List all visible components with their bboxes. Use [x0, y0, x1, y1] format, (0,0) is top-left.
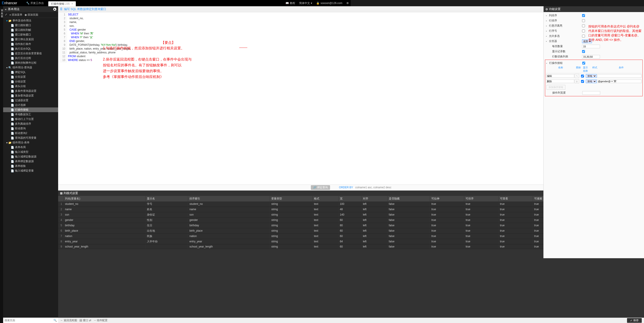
settings-icon[interactable]: ⚙ [346, 1, 349, 5]
sidebar-item[interactable]: 📄窗口影响窗口 [3, 32, 58, 37]
database-icon: 🗄 [60, 7, 62, 11]
lock-icon: 🔒 [316, 1, 320, 5]
sidebar-item[interactable]: 📄执行后台SQL [3, 46, 58, 51]
file-icon: 📄 [11, 160, 14, 163]
file-icon: 📄 [11, 146, 14, 149]
file-icon: 📄 [11, 80, 14, 83]
sidebar-tools: ⤢ +添加菜单 ⊕添加页面 [3, 12, 58, 18]
sidebar-item-label: 组件用法-表单 [12, 141, 30, 145]
file-icon: 📄 [11, 75, 14, 79]
file-icon: 📄 [11, 155, 14, 158]
sidebar-item[interactable]: 📄窗口跳转到帧 [3, 28, 58, 32]
tutorial-link[interactable]: 📖教程 [286, 1, 295, 5]
sidebar-item-label: 窗口弹出及返回 [15, 37, 34, 41]
sidebar-item[interactable]: 📄复杂查询器设置 [3, 93, 58, 98]
sidebar-item[interactable]: 📄本地数据加工 [3, 112, 58, 117]
file-icon: 📄 [11, 99, 14, 102]
sidebar-item[interactable]: 📄多条件查询器设置 [3, 89, 58, 93]
sidebar-item-label: 脚本控制事件过程 [15, 61, 36, 65]
sql-title: 编写 SQL 将数据绑定到查询窗口 [64, 7, 106, 11]
sidebar-item-label: 窗口跳转到帧 [15, 28, 31, 32]
sidebar-item[interactable]: ▾ 📁组件用法-表单 [3, 140, 58, 145]
chevron-down-icon: ▾ [311, 1, 312, 5]
sidebar-item[interactable]: ▾ 📁事件及动作用法 [3, 18, 58, 23]
add-menu-button[interactable]: +添加菜单 [10, 13, 22, 17]
sidebar-item[interactable]: 📄移动行上下位置 [3, 117, 58, 121]
sidebar-item[interactable]: 📄提交后台前改变变量值 [3, 51, 58, 56]
close-icon[interactable]: × [72, 2, 73, 5]
sidebar-item[interactable]: ▾ 🔍组件用法-查询器 [3, 65, 58, 70]
sidebar-item-label: 查询器的可用变量 [15, 136, 36, 140]
file-icon: 📄 [11, 61, 14, 64]
sidebar-item[interactable]: 📄过滤器设置 [3, 98, 58, 103]
sidebar-item[interactable]: 📄表单绑定数据源 [3, 159, 58, 164]
file-icon: 📄 [11, 94, 14, 97]
tab-title: 行操作按钮 [51, 2, 64, 6]
sidebar-item[interactable]: 📄联动查询2 [3, 131, 58, 136]
sidebar-item[interactable]: 📄分页设置 [3, 75, 58, 79]
expand-icon[interactable]: ⤢ [5, 13, 7, 17]
sidebar-item[interactable]: 📄合计选择 [3, 103, 58, 107]
file-icon: 📄 [11, 136, 14, 140]
sidebar-item[interactable]: 📄分组设置 [3, 79, 58, 84]
sidebar-item-label: 动作执行条件 [15, 42, 31, 46]
caret-left-icon: « [5, 7, 6, 11]
sidebar-item[interactable]: 📄窗口弹出及返回 [3, 37, 58, 42]
file-icon: 📄 [11, 90, 14, 93]
sidebar-item[interactable]: 📄输入域类型 [3, 150, 58, 154]
sidebar-item-label: 组件用法-查询器 [12, 66, 32, 69]
file-icon: 📄 [11, 28, 14, 32]
file-icon: 📄 [11, 165, 14, 168]
sidebar-item[interactable]: 📄脚本控制事件过程 [3, 60, 58, 65]
sidebar-item[interactable]: 📄输入域绑定数据源 [3, 154, 58, 159]
sidebar-item[interactable]: 📄表单布局 [3, 145, 58, 150]
play-icon[interactable]: ▶ [53, 7, 56, 11]
sidebar-item-label: 合计选择 [15, 103, 26, 107]
sidebar-item-label: 事件及动作用法 [12, 19, 31, 22]
logo[interactable]: Enhancer [2, 1, 17, 5]
sidebar-item-label: 复杂查询器设置 [15, 94, 34, 98]
sidebar-item-label: 移动行上下位置 [15, 117, 34, 121]
sidebar-item[interactable]: 📄多列高级排序 [3, 121, 58, 126]
sidebar-item-label: 多列高级排序 [15, 122, 31, 126]
sidebar-item[interactable]: 📄联动查询 [3, 126, 58, 131]
sidebar-item-label: 联动查询 [15, 127, 26, 130]
tab-number: 235 [65, 2, 70, 5]
sidebar-item[interactable]: 📄绑定SQL [3, 70, 58, 75]
sidebar-item-label: 多条件查询器设置 [15, 89, 36, 93]
sidebar-item[interactable]: 📄执行后台过程 [3, 56, 58, 60]
sidebar-item-label: 提交后台前改变变量值 [15, 52, 42, 55]
sidebar-item-label: 执行后台过程 [15, 56, 31, 60]
sidebar-header[interactable]: « 基本用法 ▶ [3, 6, 58, 12]
file-icon: 📄 [11, 169, 14, 172]
sidebar-item-label: 窗口跳转窗口 [15, 23, 31, 27]
user-account[interactable]: 🔒soooon@126.com [316, 1, 342, 5]
sidebar-item-label: 分组设置 [15, 80, 26, 83]
sidebar-title: 基本用法 [8, 7, 20, 11]
sidebar-item[interactable]: 📄表单校验 [3, 164, 58, 168]
code-editor[interactable]: 12345678910111213 SELECT student_no, nam… [58, 12, 350, 62]
sidebar-item[interactable]: 📄查询器的可用变量 [3, 136, 58, 140]
language-selector[interactable]: 简体中文 ▾ [299, 1, 312, 5]
file-icon: 📄 [11, 132, 14, 135]
file-icon: 📄 [11, 122, 14, 126]
sidebar-item-label: 输入域绑定数据源 [15, 155, 36, 159]
sidebar-item[interactable]: 📄动作执行条件 [3, 42, 58, 46]
sidebar: « 基本用法 ▶ ⤢ +添加菜单 ⊕添加页面 ▾ 📁事件及动作用法📄窗口跳转窗口… [3, 6, 58, 176]
sidebar-item[interactable]: 📄窗口跳转窗口 [3, 23, 58, 28]
add-page-button[interactable]: ⊕添加页面 [24, 13, 38, 17]
sidebar-item[interactable]: 📄行操作按钮 [3, 107, 58, 112]
sidebar-item-label: 表头分组 [15, 84, 26, 88]
sidebar-item[interactable]: 📄输入域绑定变量 [3, 168, 58, 173]
file-icon: 📄 [11, 108, 14, 111]
sidebar-item-label: 执行后台SQL [15, 47, 31, 51]
file-icon: 📄 [11, 43, 14, 46]
workbench-link[interactable]: 🔧开发工作台 [26, 1, 44, 5]
sidebar-item[interactable]: 📄表头分组 [3, 84, 58, 89]
active-tab[interactable]: 行操作按钮 235 × [48, 1, 76, 6]
topbar: Enhancer 🔧开发工作台 行操作按钮 235 × 📖教程 简体中文 ▾ 🔒… [0, 0, 350, 6]
file-icon: 📄 [11, 52, 14, 55]
file-icon: 📄 [11, 151, 14, 154]
file-icon: 📄 [11, 33, 14, 36]
search-icon: ▾ 🔍 [6, 66, 12, 69]
